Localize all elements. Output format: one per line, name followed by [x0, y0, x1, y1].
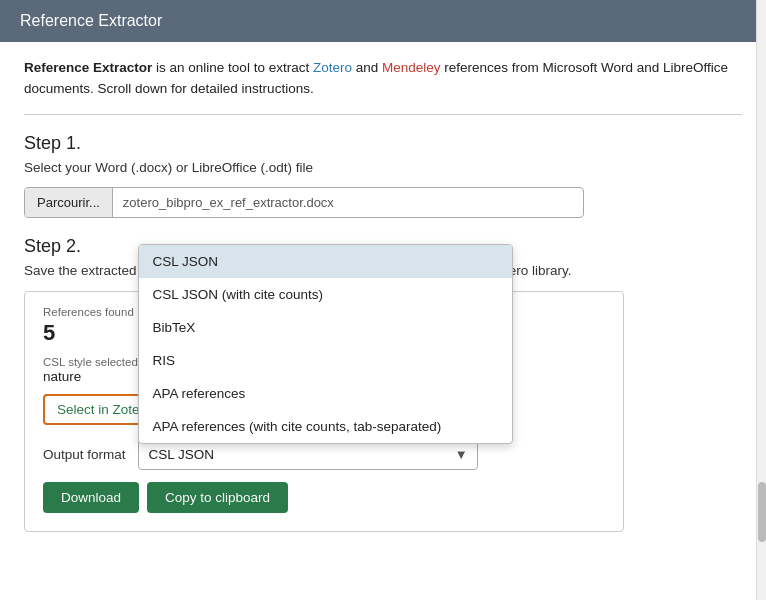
- step1-section: Step 1. Select your Word (.docx) or Libr…: [24, 133, 742, 219]
- scrollbar[interactable]: [756, 0, 766, 600]
- copy-to-clipboard-button[interactable]: Copy to clipboard: [147, 482, 288, 513]
- main-content: Reference Extractor is an online tool to…: [0, 42, 766, 552]
- download-button[interactable]: Download: [43, 482, 139, 513]
- output-format-row: Output format CSL JSON CSL JSON (with ci…: [43, 439, 605, 470]
- output-format-dropdown-wrapper: CSL JSON CSL JSON (with cite counts) Bib…: [138, 439, 478, 470]
- intro-text2: and: [352, 60, 382, 75]
- step1-title: Step 1.: [24, 133, 742, 154]
- intro-paragraph: Reference Extractor is an online tool to…: [24, 58, 742, 115]
- dropdown-option-ris[interactable]: RIS: [139, 344, 512, 377]
- dropdown-option-csljson-cite[interactable]: CSL JSON (with cite counts): [139, 278, 512, 311]
- step2-section: Step 2. Save the extracted references in…: [24, 236, 742, 532]
- mendeley-link[interactable]: Mendeley: [382, 60, 441, 75]
- dropdown-option-bibtex[interactable]: BibTeX: [139, 311, 512, 344]
- output-format-label: Output format: [43, 447, 126, 462]
- app-header: Reference Extractor: [0, 0, 766, 42]
- intro-text1: is an online tool to extract: [152, 60, 313, 75]
- step1-description: Select your Word (.docx) or LibreOffice …: [24, 158, 742, 178]
- intro-bold: Reference Extractor: [24, 60, 152, 75]
- zotero-link[interactable]: Zotero: [313, 60, 352, 75]
- dropdown-option-apa-tab[interactable]: APA references (with cite counts, tab-se…: [139, 410, 512, 443]
- browse-button[interactable]: Parcourir...: [25, 188, 113, 217]
- file-name-display: zotero_bibpro_ex_ref_extractor.docx: [113, 188, 583, 217]
- file-input-row: Parcourir... zotero_bibpro_ex_ref_extrac…: [24, 187, 584, 218]
- step2-container: References found 5 CSL style selected in…: [24, 291, 624, 532]
- dropdown-option-apa[interactable]: APA references: [139, 377, 512, 410]
- scrollbar-thumb[interactable]: [758, 482, 766, 542]
- action-buttons-row: Download Copy to clipboard: [43, 482, 605, 513]
- dropdown-open-list: CSL JSON CSL JSON (with cite counts) Bib…: [138, 244, 513, 444]
- dropdown-option-csljson[interactable]: CSL JSON: [139, 245, 512, 278]
- app-title: Reference Extractor: [20, 12, 162, 29]
